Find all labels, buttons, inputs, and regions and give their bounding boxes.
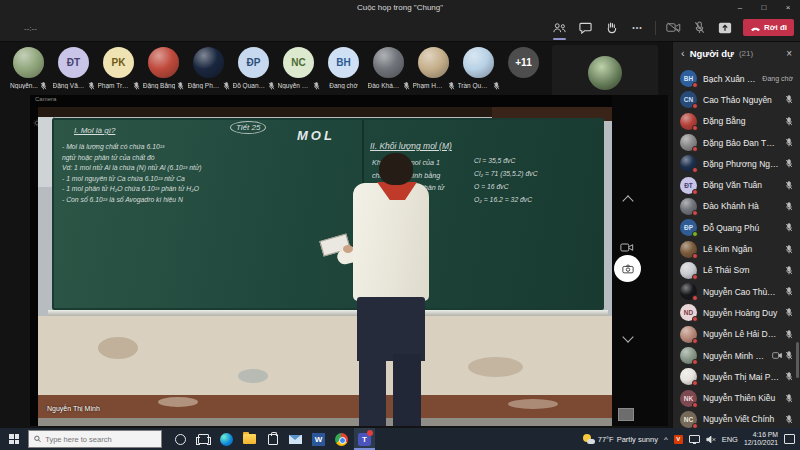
strip-participant[interactable]: +11 bbox=[501, 47, 546, 90]
strip-participant[interactable]: Đặng Bằng bbox=[141, 47, 186, 90]
mail-button[interactable] bbox=[285, 428, 306, 450]
participant-name: Đang chờ bbox=[329, 82, 357, 89]
participant-row[interactable]: CN Cao Thảo Nguyên bbox=[673, 89, 800, 110]
raise-hand-icon[interactable] bbox=[603, 19, 620, 36]
chalk-formula: Cl₂ = 71 (35,5.2) đvC bbox=[474, 167, 604, 180]
participant-row[interactable]: Đặng Bằng bbox=[673, 111, 800, 132]
participant-row[interactable]: Nguyễn Thị Mai Phương bbox=[673, 366, 800, 387]
mic-off-icon bbox=[133, 82, 140, 90]
meeting-timer: --:-- bbox=[24, 24, 37, 33]
participant-name: Đặng Bảo Đan Thuyên bbox=[703, 138, 779, 148]
participant-name: Lê Kim Ngân bbox=[703, 244, 779, 254]
camera-icon bbox=[772, 352, 782, 359]
minimize-button[interactable]: – bbox=[728, 0, 752, 14]
participant-row[interactable]: ĐT Đặng Văn Tuân bbox=[673, 174, 800, 195]
participant-row[interactable]: Đào Khánh Hà bbox=[673, 196, 800, 217]
participant-row[interactable]: ND Nguyễn Hoàng Duy bbox=[673, 302, 800, 323]
start-button[interactable] bbox=[0, 428, 28, 450]
word-button[interactable]: W bbox=[308, 428, 329, 450]
store-button[interactable] bbox=[262, 428, 283, 450]
teams-button[interactable]: T bbox=[354, 428, 375, 450]
participant-row[interactable]: ĐP Đỗ Quang Phú bbox=[673, 217, 800, 238]
chalk-line: ngtử hoặc phân tử của chất đó bbox=[62, 153, 362, 164]
teams-meeting-window: Cuộc họp trong "Chung" – □ × --:-- ••• bbox=[0, 0, 800, 450]
leave-button[interactable]: Rời đi bbox=[743, 19, 794, 36]
taskbar-search[interactable] bbox=[28, 430, 162, 448]
strip-participant[interactable]: ĐP Đỗ Quang ... bbox=[231, 47, 276, 90]
mic-off-icon[interactable] bbox=[691, 19, 708, 36]
strip-participant[interactable]: Đào Khánh ... bbox=[366, 47, 411, 90]
volume-muted-icon[interactable] bbox=[706, 435, 716, 444]
task-view-button[interactable] bbox=[193, 428, 214, 450]
participant-row[interactable]: NC Nguyễn Viết Chính bbox=[673, 409, 800, 428]
maximize-button[interactable]: □ bbox=[752, 0, 776, 14]
camera-off-icon[interactable] bbox=[665, 19, 682, 36]
shared-screen-video[interactable]: Camera I. Mol là gì? - Mol là lượng chất… bbox=[30, 95, 668, 426]
strip-participant[interactable]: PK Phạm Trung... bbox=[96, 47, 141, 90]
leave-label: Rời đi bbox=[764, 23, 787, 32]
avatar-photo bbox=[193, 47, 224, 78]
weather-widget[interactable]: 77°F Partly sunny bbox=[583, 434, 658, 444]
strip-participant[interactable]: NC Nguyễn Viế... bbox=[276, 47, 321, 90]
file-explorer-button[interactable] bbox=[239, 428, 260, 450]
strip-participant[interactable]: Nguyễn... bbox=[6, 47, 51, 90]
participant-row[interactable]: Đặng Bảo Đan Thuyên bbox=[673, 132, 800, 153]
hidden-icons-chevron[interactable]: ^ bbox=[664, 435, 668, 444]
language-indicator[interactable]: ENG bbox=[722, 435, 738, 444]
strip-participant[interactable]: ĐT Đặng Văn T... bbox=[51, 47, 96, 90]
participant-row[interactable]: Nguyễn Minh Quốc bbox=[673, 345, 800, 366]
presence-dot bbox=[692, 253, 698, 259]
board-title: MOL bbox=[297, 128, 335, 143]
edge-button[interactable] bbox=[216, 428, 237, 450]
presence-dot bbox=[692, 316, 698, 322]
close-button[interactable]: × bbox=[776, 0, 800, 14]
presence-dot bbox=[692, 274, 698, 280]
mic-off-icon bbox=[177, 82, 184, 90]
avatar: BH bbox=[328, 47, 359, 78]
chalk-line: - Con số 6.10²³ là số Avogadro kí hiệu N bbox=[62, 195, 362, 206]
avatar bbox=[680, 198, 697, 215]
self-video-tile[interactable] bbox=[552, 45, 658, 101]
participant-row[interactable]: Đặng Phương Nguyên bbox=[673, 153, 800, 174]
chrome-button[interactable] bbox=[331, 428, 352, 450]
meeting-stage: Nguyễn... ĐT Đặng Văn T... bbox=[0, 42, 672, 428]
chrome-icon bbox=[335, 433, 348, 446]
titlebar: Cuộc họp trong "Chung" – □ × bbox=[0, 0, 800, 14]
display-tray-icon[interactable] bbox=[689, 435, 700, 443]
antivirus-tray-icon[interactable]: V bbox=[674, 435, 683, 444]
mic-off-icon bbox=[785, 330, 793, 339]
window-title: Cuộc họp trong "Chung" bbox=[357, 3, 443, 12]
participants-icon[interactable] bbox=[551, 19, 568, 36]
panel-scrollbar[interactable] bbox=[796, 342, 799, 378]
participant-row[interactable]: Lê Kim Ngân bbox=[673, 238, 800, 259]
chalk-line: - 1 mol nguyên tử Ca chứa 6.10²³ ntử Ca bbox=[62, 174, 362, 185]
taskbar-clock[interactable]: 4:16 PM 12/10/2021 bbox=[744, 431, 778, 447]
avatar-photo bbox=[418, 47, 449, 78]
participant-row[interactable]: BH Bạch Xuân Hoàng Đang chờ bbox=[673, 68, 800, 89]
participant-name: Lê Thái Sơn bbox=[703, 265, 779, 275]
back-icon[interactable]: ‹ bbox=[681, 48, 685, 59]
more-options-icon[interactable]: ••• bbox=[629, 19, 646, 36]
avatar: BH bbox=[680, 70, 697, 87]
strip-participant[interactable]: Đặng Phươ... bbox=[186, 47, 231, 90]
chat-icon[interactable] bbox=[577, 19, 594, 36]
avatar: PK bbox=[103, 47, 134, 78]
participant-row[interactable]: Lê Thái Sơn bbox=[673, 260, 800, 281]
search-input[interactable] bbox=[45, 435, 156, 444]
cortana-button[interactable] bbox=[170, 428, 191, 450]
participant-row[interactable]: Nguyễn Cao Thùy Linh bbox=[673, 281, 800, 302]
chalk-line: Vd: 1 mol ntử Al là chứa (N) ntử Al (6.1… bbox=[62, 163, 362, 174]
strip-participant[interactable]: Trần Quốc ... bbox=[456, 47, 501, 90]
strip-participant[interactable]: Phạm Hữu ... bbox=[411, 47, 456, 90]
participant-row[interactable]: Nguyễn Lê Hải Dương bbox=[673, 324, 800, 345]
close-panel-icon[interactable]: × bbox=[786, 48, 792, 59]
taskbar-apps: W T bbox=[170, 428, 375, 450]
strip-participant[interactable]: BH Đang chờ bbox=[321, 47, 366, 90]
action-center-icon[interactable] bbox=[784, 434, 795, 444]
mic-off-icon bbox=[785, 181, 793, 190]
participant-name: Phạm Trung... bbox=[98, 82, 131, 89]
phone-hangup-icon bbox=[750, 25, 761, 31]
share-screen-icon[interactable] bbox=[717, 19, 734, 36]
mic-off-icon bbox=[785, 202, 793, 211]
participant-row[interactable]: NK Nguyễn Thiên Kiều bbox=[673, 387, 800, 408]
